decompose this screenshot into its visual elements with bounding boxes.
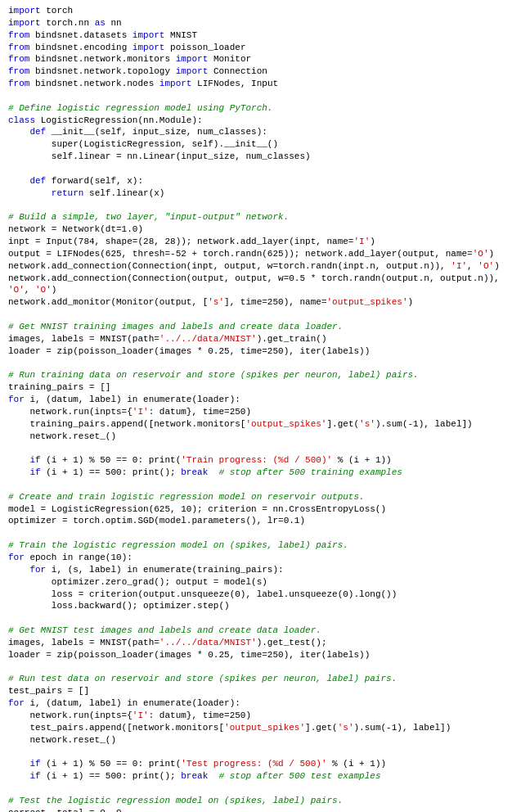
code-content: import torch import torch.nn as nn from … <box>3 2 527 812</box>
code-editor: import torch import torch.nn as nn from … <box>0 0 530 812</box>
